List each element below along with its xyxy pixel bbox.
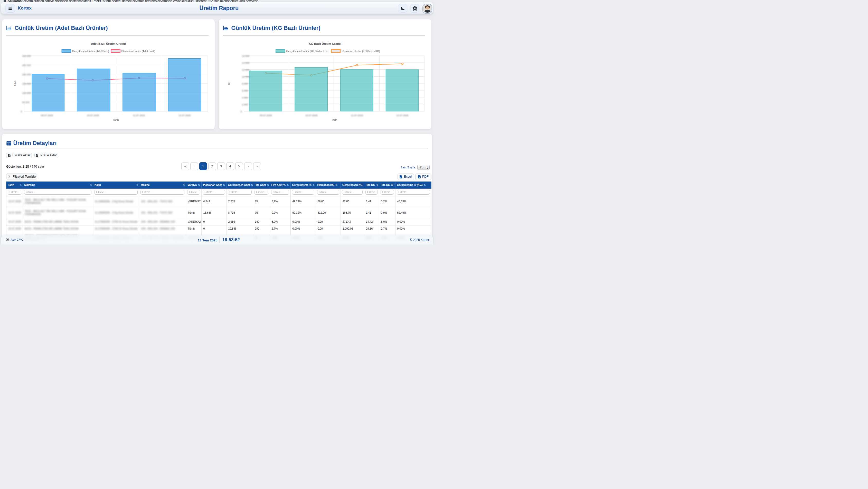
svg-text:200.000: 200.000	[22, 73, 31, 76]
svg-text:Tarih: Tarih	[113, 118, 119, 121]
svg-text:0: 0	[21, 110, 22, 113]
svg-text:300.000: 300.000	[22, 55, 31, 57]
svg-text:Planlanan Üretim (KG Bazlı - K: Planlanan Üretim (KG Bazlı - KG)	[342, 50, 380, 53]
svg-text:09.07.2025: 09.07.2025	[260, 114, 272, 117]
svg-text:10.000: 10.000	[242, 75, 249, 78]
svg-text:KG Bazlı Üretim Grafiği: KG Bazlı Üretim Grafiği	[309, 42, 341, 45]
svg-text:11.07.2025: 11.07.2025	[133, 114, 145, 117]
svg-text:150.000: 150.000	[22, 82, 31, 85]
svg-text:Planlanan Üretim (Adet Bazlı): Planlanan Üretim (Adet Bazlı)	[121, 50, 155, 53]
svg-text:6.000: 6.000	[242, 89, 248, 92]
svg-text:16.000: 16.000	[242, 55, 249, 57]
svg-text:12.07.2025: 12.07.2025	[396, 114, 409, 117]
svg-text:Gerçekleşen Üretim (KG Bazlı -: Gerçekleşen Üretim (KG Bazlı - KG)	[286, 50, 328, 53]
svg-text:11.07.2025: 11.07.2025	[351, 114, 363, 117]
svg-text:&: &	[419, 176, 420, 178]
svg-text:Adet: Adet	[13, 81, 17, 86]
svg-text:10.07.2025: 10.07.2025	[87, 114, 99, 117]
svg-text:12.07.2025: 12.07.2025	[179, 114, 191, 117]
svg-text:0: 0	[241, 110, 242, 113]
svg-text:Adet Bazlı Üretim Grafiği: Adet Bazlı Üretim Grafiği	[91, 42, 126, 45]
svg-text:12.000: 12.000	[242, 68, 249, 71]
svg-text:Tarih: Tarih	[332, 118, 337, 121]
svg-text:KG: KG	[227, 82, 230, 85]
svg-text:10.07.2025: 10.07.2025	[305, 114, 318, 117]
svg-text:2.000: 2.000	[242, 103, 248, 106]
svg-text:8.000: 8.000	[242, 82, 248, 85]
svg-text:14.000: 14.000	[242, 61, 249, 64]
svg-text:Gerçekleşen Üretim (Adet Bazlı: Gerçekleşen Üretim (Adet Bazlı)	[72, 50, 109, 53]
svg-text:09.07.2025: 09.07.2025	[41, 114, 53, 117]
svg-text:PDF: PDF	[36, 155, 38, 156]
svg-text:250.000: 250.000	[22, 64, 31, 66]
svg-text:4.000: 4.000	[242, 96, 248, 99]
svg-text:100.000: 100.000	[22, 91, 31, 94]
svg-text:50.000: 50.000	[22, 101, 30, 104]
